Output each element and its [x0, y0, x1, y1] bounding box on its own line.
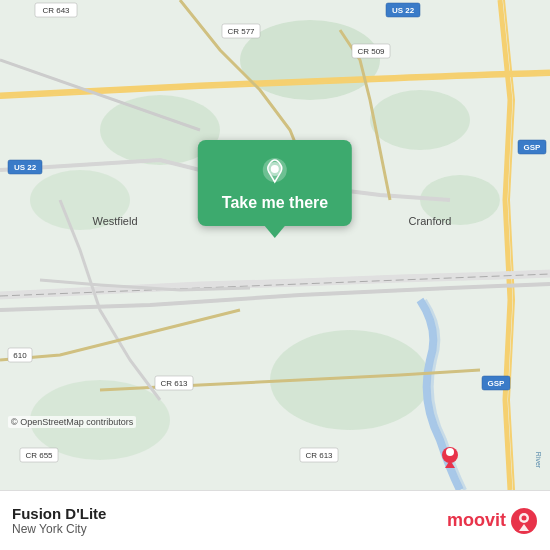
location-pin-icon	[259, 156, 291, 188]
place-info: Fusion D'Lite New York City	[12, 505, 106, 536]
moovit-icon	[510, 507, 538, 535]
bottom-bar: Fusion D'Lite New York City moovit	[0, 490, 550, 550]
svg-point-2	[370, 90, 470, 150]
svg-text:Cranford: Cranford	[409, 215, 452, 227]
place-name: Fusion D'Lite	[12, 505, 106, 522]
svg-text:River: River	[535, 452, 542, 469]
svg-text:CR 655: CR 655	[25, 451, 53, 460]
svg-text:CR 643: CR 643	[42, 6, 70, 15]
copyright-text: © OpenStreetMap contributors	[8, 416, 136, 428]
svg-text:CR 613: CR 613	[160, 379, 188, 388]
moovit-logo: moovit	[447, 507, 538, 535]
svg-point-40	[522, 515, 527, 520]
svg-text:GSP: GSP	[524, 143, 542, 152]
svg-text:CR 577: CR 577	[227, 27, 255, 36]
moovit-text: moovit	[447, 510, 506, 531]
svg-text:Westfield: Westfield	[92, 215, 137, 227]
svg-text:CR 509: CR 509	[357, 47, 385, 56]
svg-text:610: 610	[13, 351, 27, 360]
svg-text:US 22: US 22	[392, 6, 415, 15]
svg-text:GSP: GSP	[488, 379, 506, 388]
svg-point-37	[271, 165, 279, 173]
svg-text:US 22: US 22	[14, 163, 37, 172]
svg-point-34	[446, 448, 454, 456]
svg-text:CR 613: CR 613	[305, 451, 333, 460]
take-me-there-button[interactable]: Take me there	[198, 140, 352, 226]
map-container: CR 643 US 22 CR 577 CR 509 US 22 GSP Wes…	[0, 0, 550, 490]
take-me-there-label: Take me there	[222, 194, 328, 212]
place-city: New York City	[12, 522, 106, 536]
